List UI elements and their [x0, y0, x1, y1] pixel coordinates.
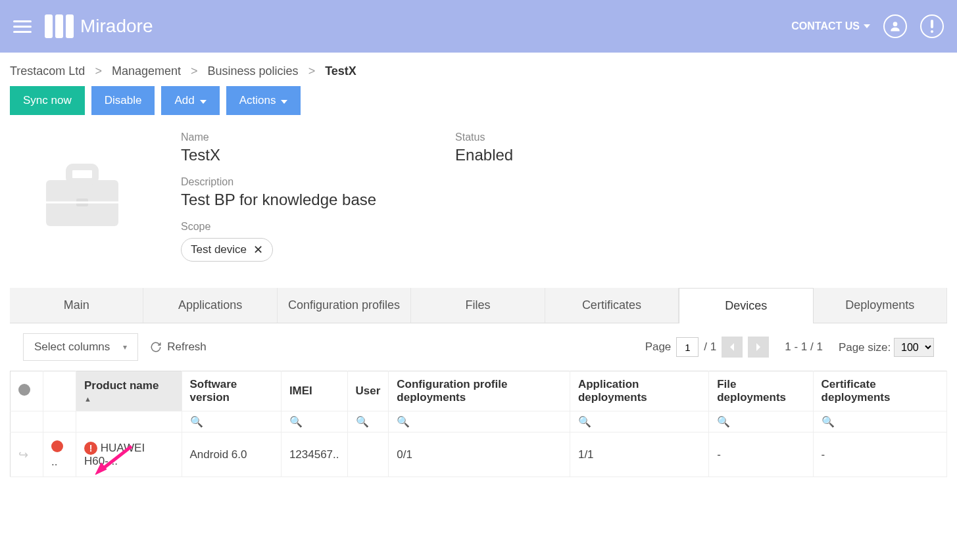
alert-icon[interactable] [920, 14, 944, 38]
tab-devices[interactable]: Devices [679, 288, 813, 323]
detail-description: Description Test BP for knowledge base [181, 176, 376, 209]
close-icon[interactable]: ✕ [253, 243, 263, 257]
select-columns-dropdown[interactable]: Select columns ▾ [23, 333, 138, 361]
details-columns: Name TestX Description Test BP for knowl… [181, 131, 513, 262]
hamburger-menu-icon[interactable] [13, 20, 32, 33]
logo[interactable]: Miradore [45, 14, 153, 38]
breadcrumb-separator: > [191, 64, 198, 78]
app-header: Miradore CONTACT US [0, 0, 957, 53]
table-row[interactable]: ↪ .. ! HUAWEI H60-... Android 6.0 123456… [11, 432, 947, 477]
column-imei[interactable]: IMEI [281, 371, 347, 411]
search-icon: 🔍 [822, 416, 835, 427]
detail-scope: Scope Test device ✕ [181, 221, 376, 262]
devices-table: Product name▲ Software version IMEI User… [10, 371, 947, 477]
detail-name: Name TestX [181, 131, 376, 164]
page-size-label: Page size: [839, 341, 891, 354]
tab-main[interactable]: Main [10, 288, 143, 323]
name-label: Name [181, 131, 376, 143]
toolbar-right: Page / 1 1 - 1 / 1 Page size: 100 [645, 337, 934, 358]
svg-point-0 [893, 22, 898, 26]
detail-col-right: Status Enabled [455, 131, 513, 262]
select-all-header[interactable] [11, 371, 43, 411]
breadcrumb: Trestacom Ltd > Management > Business po… [0, 53, 957, 86]
column-app-deployments[interactable]: Application deployments [570, 371, 708, 411]
column-product-name[interactable]: Product name▲ [76, 371, 182, 411]
refresh-button[interactable]: Refresh [150, 340, 207, 354]
details-section: Name TestX Description Test BP for knowl… [0, 125, 957, 288]
pager: Page / 1 [645, 337, 770, 358]
filter-cert[interactable]: 🔍 [813, 411, 946, 432]
filter-config[interactable]: 🔍 [389, 411, 570, 432]
scope-chip[interactable]: Test device ✕ [181, 238, 273, 262]
sort-ascending-icon: ▲ [84, 395, 174, 403]
filter-file[interactable]: 🔍 [709, 411, 813, 432]
briefcase-icon [10, 131, 155, 262]
column-config-deployments[interactable]: Configuration profile deployments [389, 371, 570, 411]
row-user [347, 432, 389, 477]
filter-software[interactable]: 🔍 [182, 411, 281, 432]
breadcrumb-org[interactable]: Trestacom Ltd [10, 64, 85, 78]
tab-applications[interactable]: Applications [143, 288, 277, 323]
row-status: .. [43, 432, 76, 477]
header-right: CONTACT US [791, 14, 944, 38]
table-wrap: Product name▲ Software version IMEI User… [0, 371, 957, 477]
tab-files[interactable]: Files [411, 288, 545, 323]
disable-button[interactable]: Disable [91, 86, 155, 115]
breadcrumb-business-policies[interactable]: Business policies [208, 64, 299, 78]
sync-now-button[interactable]: Sync now [10, 86, 85, 115]
select-all-indicator [18, 384, 30, 396]
detail-col-left: Name TestX Description Test BP for knowl… [181, 131, 376, 262]
user-icon[interactable] [883, 14, 907, 38]
brand-name: Miradore [80, 16, 153, 37]
status-value: Enabled [455, 146, 513, 164]
row-app-deploy: 1/1 [570, 432, 708, 477]
column-cert-deployments[interactable]: Certificate deployments [813, 371, 946, 411]
page-size: Page size: 100 [839, 338, 934, 357]
scope-chip-label: Test device [191, 243, 247, 256]
status-header [43, 371, 76, 411]
prev-page-button[interactable] [722, 337, 743, 358]
contact-us-link[interactable]: CONTACT US [791, 20, 870, 32]
filter-user[interactable]: 🔍 [347, 411, 389, 432]
row-expand[interactable]: ↪ [11, 432, 43, 477]
search-icon: 🔍 [190, 416, 203, 427]
actions-button[interactable]: Actions [226, 86, 301, 115]
status-label: Status [455, 131, 513, 143]
description-value: Test BP for knowledge base [181, 191, 376, 209]
tab-configuration-profiles[interactable]: Configuration profiles [278, 288, 411, 323]
breadcrumb-current: TestX [325, 64, 356, 78]
refresh-label: Refresh [167, 340, 207, 354]
tab-deployments[interactable]: Deployments [814, 288, 947, 323]
filter-app[interactable]: 🔍 [570, 411, 708, 432]
search-icon: 🔍 [289, 416, 303, 427]
search-icon: 🔍 [356, 416, 369, 427]
header-left: Miradore [13, 14, 153, 38]
breadcrumb-management[interactable]: Management [112, 64, 181, 78]
page-total: / 1 [704, 340, 716, 354]
column-software-version[interactable]: Software version [182, 371, 281, 411]
logo-icon [45, 14, 74, 38]
svg-rect-1 [931, 20, 933, 28]
refresh-icon [150, 341, 162, 353]
column-user[interactable]: User [347, 371, 389, 411]
row-product-name: ! HUAWEI H60-... [76, 432, 182, 477]
expand-arrow-icon: ↪ [18, 448, 28, 461]
search-icon: 🔍 [717, 416, 730, 427]
detail-status: Status Enabled [455, 131, 513, 164]
page-label: Page [645, 340, 672, 354]
action-bar: Sync now Disable Add Actions [0, 86, 957, 125]
add-button[interactable]: Add [161, 86, 219, 115]
filter-imei[interactable]: 🔍 [281, 411, 347, 432]
next-page-button[interactable] [748, 337, 769, 358]
tab-certificates[interactable]: Certificates [545, 288, 679, 323]
row-config-deploy: 0/1 [389, 432, 570, 477]
select-columns-label: Select columns [34, 340, 110, 354]
caret-down-icon [200, 94, 207, 107]
toolbar-left: Select columns ▾ Refresh [23, 333, 207, 361]
name-value: TestX [181, 146, 376, 164]
page-size-select[interactable]: 100 [894, 338, 934, 357]
column-file-deployments[interactable]: File deployments [709, 371, 813, 411]
breadcrumb-separator: > [308, 64, 316, 78]
page-input[interactable] [676, 337, 699, 357]
filter-row: 🔍 🔍 🔍 🔍 🔍 🔍 🔍 [11, 411, 947, 432]
